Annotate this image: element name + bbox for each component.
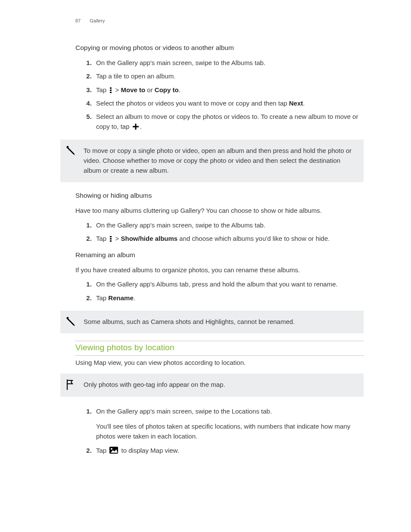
cmd-copy-to: Copy to xyxy=(155,86,179,93)
page-content: Copying or moving photos or videos to an… xyxy=(75,44,364,456)
steps-copy-move: On the Gallery app's main screen, swipe … xyxy=(75,58,364,132)
step: Tap > Show/hide albums and choose which … xyxy=(93,233,364,243)
steps-rename: On the Gallery app's Albums tab, press a… xyxy=(75,279,364,303)
text: to display Map view. xyxy=(119,447,179,454)
steps-location: On the Gallery app's main screen, swipe … xyxy=(75,406,364,456)
note-text: Only photos with geo-tag info appear on … xyxy=(84,381,225,388)
page-root: 87 Gallery Copying or moving photos or v… xyxy=(0,0,411,532)
plus-icon xyxy=(133,124,139,130)
note-box: Only photos with geo-tag info appear on … xyxy=(60,373,364,396)
svg-rect-2 xyxy=(110,92,112,93)
step: On the Gallery app's Albums tab, press a… xyxy=(93,279,364,289)
section-title-location: Viewing photos by location xyxy=(75,343,364,353)
more-options-icon xyxy=(109,236,112,242)
cmd-show-hide: Show/hide albums xyxy=(121,235,177,242)
step: On the Gallery app's main screen, swipe … xyxy=(93,58,364,68)
text: . xyxy=(134,294,135,302)
step: On the Gallery app's main screen, swipe … xyxy=(93,220,364,230)
step-body: You'll see tiles of photos taken at spec… xyxy=(96,421,364,442)
svg-rect-1 xyxy=(110,90,112,91)
intro-text: If you have created albums to organize p… xyxy=(75,265,364,275)
text: or xyxy=(145,86,155,93)
step: Select an album to move or copy the phot… xyxy=(93,112,364,132)
pencil-icon xyxy=(65,145,77,156)
header-section: Gallery xyxy=(90,18,105,23)
step: Select the photos or videos you want to … xyxy=(93,98,364,108)
step: Tap > Move to or Copy to. xyxy=(93,85,364,95)
text: Tap xyxy=(96,86,108,93)
note-text: Some albums, such as Camera shots and Hi… xyxy=(84,318,295,325)
text: . xyxy=(179,86,181,93)
step: On the Gallery app's main screen, swipe … xyxy=(93,406,364,442)
text: . xyxy=(140,123,142,130)
svg-rect-5 xyxy=(110,236,112,237)
cmd-next: Next xyxy=(289,100,303,107)
step: Tap a tile to open an album. xyxy=(93,71,364,81)
step: Tap to display Map view. xyxy=(93,445,364,455)
text: Tap xyxy=(96,294,108,302)
text: > xyxy=(113,235,121,242)
flag-icon xyxy=(65,379,75,391)
svg-rect-7 xyxy=(110,240,112,242)
cmd-move-to: Move to xyxy=(121,86,145,93)
step: Tap Rename. xyxy=(93,293,364,303)
subheading-rename: Renaming an album xyxy=(75,251,364,259)
intro-text: Have too many albums cluttering up Galle… xyxy=(75,205,364,215)
svg-rect-0 xyxy=(110,87,112,89)
note-box: To move or copy a single photo or video,… xyxy=(60,140,364,183)
subheading-show-hide: Showing or hiding albums xyxy=(75,192,364,199)
page-number: 87 xyxy=(75,18,81,23)
text: Tap xyxy=(96,235,108,242)
note-text: To move or copy a single photo or video,… xyxy=(84,147,352,174)
svg-rect-4 xyxy=(133,126,139,128)
text: Select the photos or videos you want to … xyxy=(96,100,289,107)
more-options-icon xyxy=(109,87,112,93)
map-view-icon xyxy=(109,447,118,454)
text: . xyxy=(303,100,305,107)
text: Tap xyxy=(96,447,108,454)
steps-show-hide: On the Gallery app's main screen, swipe … xyxy=(75,220,364,244)
note-box: Some albums, such as Camera shots and Hi… xyxy=(60,311,364,333)
text: and choose which albums you'd like to sh… xyxy=(177,235,330,242)
pencil-icon xyxy=(65,316,77,327)
subheading-copy-move: Copying or moving photos or videos to an… xyxy=(75,44,364,52)
text: > xyxy=(113,86,121,93)
cmd-rename: Rename xyxy=(108,294,133,302)
text: On the Gallery app's main screen, swipe … xyxy=(96,408,272,415)
svg-point-9 xyxy=(111,448,112,450)
intro-text: Using Map view, you can view photos acco… xyxy=(75,358,364,367)
svg-rect-6 xyxy=(110,238,112,240)
page-header: 87 Gallery xyxy=(75,18,364,23)
